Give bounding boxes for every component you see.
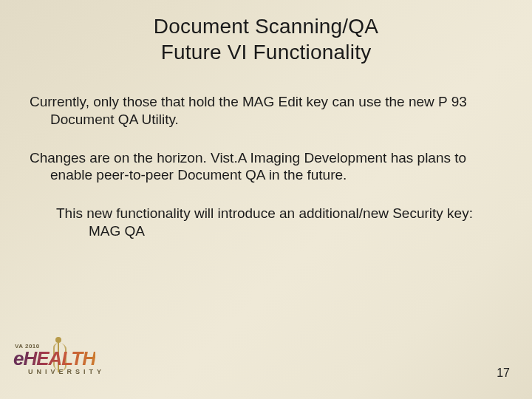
paragraph-1-text: Currently, only those that hold the MAG … <box>30 93 502 129</box>
title-line-1: Document Scanning/QA <box>154 15 378 38</box>
slide-body: Currently, only those that hold the MAG … <box>30 93 502 240</box>
logo-brand-rest: HEALTH <box>23 347 95 369</box>
paragraph-2: Changes are on the horizon. Vist.A Imagi… <box>30 149 502 185</box>
ehealth-logo: VA 2010 eHEALTH UNIVERSITY <box>13 338 109 390</box>
logo-subtext: UNIVERSITY <box>28 368 105 375</box>
paragraph-1: Currently, only those that hold the MAG … <box>30 93 502 129</box>
slide-title: Document Scanning/QA Future VI Functiona… <box>30 13 502 65</box>
page-number: 17 <box>497 366 510 380</box>
logo-brand: eHEALTH <box>13 349 95 368</box>
paragraph-2-text: Changes are on the horizon. Vist.A Imagi… <box>30 149 502 185</box>
slide: Document Scanning/QA Future VI Functiona… <box>0 0 532 399</box>
logo-brand-e: e <box>13 347 23 369</box>
title-line-2: Future VI Functionality <box>161 41 372 64</box>
paragraph-3: This new functionality will introduce an… <box>30 205 502 240</box>
paragraph-3-text: This new functionality will introduce an… <box>56 205 502 240</box>
